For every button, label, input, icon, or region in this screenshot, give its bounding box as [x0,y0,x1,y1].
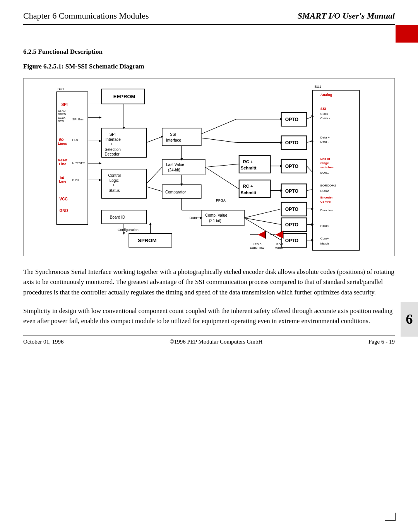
svg-text:Schmitt: Schmitt [241,190,257,195]
svg-text:SRXD: SRXD [58,113,66,116]
svg-text:LED 1: LED 1 [275,243,284,246]
svg-text:switches: switches [320,166,334,169]
svg-text:OPTO: OPTO [285,188,298,194]
svg-text:SPI: SPI [110,132,116,137]
svg-text:+: + [111,142,113,146]
svg-text:Data +: Data + [320,136,330,139]
svg-text:OPTO: OPTO [285,117,298,122]
svg-text:Reset: Reset [58,158,67,162]
svg-marker-14 [99,140,101,142]
svg-marker-24 [99,179,101,181]
svg-text:Clock +: Clock + [320,112,331,116]
svg-text:Control: Control [108,173,121,178]
main-content: 6.2.5 Functional Description Figure 6.2.… [0,25,418,327]
svg-text:Data -: Data - [320,140,329,144]
svg-text:Int: Int [60,176,64,180]
svg-line-115 [147,167,162,183]
svg-text:RC +: RC + [243,159,253,164]
svg-text:Status: Status [109,188,120,193]
svg-text:End of: End of [320,157,330,161]
svg-text:Configuration: Configuration [118,228,139,232]
svg-text:Com+: Com+ [320,237,329,240]
svg-text:SPROM: SPROM [138,238,156,243]
svg-text:Line: Line [59,162,66,166]
svg-text:Line: Line [59,180,66,183]
svg-text:EOR2: EOR2 [320,189,329,193]
svg-text:(24-bit): (24-bit) [168,168,180,172]
svg-line-113 [147,137,162,142]
svg-text:SPI: SPI [61,103,67,107]
svg-text:Schmitt: Schmitt [241,166,257,170]
svg-text:Direction: Direction [320,209,333,212]
svg-marker-9 [99,116,101,119]
svg-line-134 [201,138,236,142]
diagram-svg: BU1 SPI STXD SRXD SCLK SCS SPI Bus I/O [28,83,390,251]
svg-line-141 [244,209,281,218]
svg-marker-124 [123,233,125,235]
svg-text:Selection: Selection [105,147,121,152]
section-heading: 6.2.5 Functional Description [23,48,395,56]
svg-text:OPTO: OPTO [285,238,298,243]
body-paragraph-2: Simplicity in design with low convention… [23,306,395,327]
svg-rect-45 [162,159,205,175]
red-tab-decoration [396,25,418,56]
svg-text:OPTO: OPTO [285,222,298,228]
svg-marker-147 [258,231,266,239]
svg-line-116 [147,186,162,191]
svg-marker-127 [149,222,152,225]
svg-line-101 [307,141,312,142]
page: Chapter 6 Communications Modules SMART I… [0,0,418,532]
svg-text:Interface: Interface [166,138,182,142]
svg-text:BU1: BU1 [315,85,322,89]
svg-rect-62 [239,180,271,197]
svg-text:Logic: Logic [110,178,119,183]
svg-rect-59 [239,156,271,173]
chapter-tab: 6 [401,302,418,337]
svg-text:FPGA: FPGA [216,198,226,202]
svg-text:NINT: NINT [72,178,80,181]
svg-line-137 [205,164,239,167]
svg-text:+: + [113,183,115,187]
svg-rect-80 [312,90,359,250]
svg-line-140 [307,190,312,191]
svg-text:Clock -: Clock - [320,116,330,120]
svg-rect-50 [201,210,244,226]
svg-text:Control: Control [320,200,332,204]
svg-text:Match: Match [320,242,329,245]
svg-text:OPTO: OPTO [285,140,298,145]
svg-text:Match: Match [275,246,283,250]
svg-text:SCS: SCS [58,120,64,123]
svg-text:Interface: Interface [106,137,121,142]
svg-line-139 [307,166,312,172]
svg-text:I/O: I/O [59,138,63,142]
chapter-number: 6 [406,311,413,327]
svg-text:LED 0: LED 0 [253,243,262,246]
corner-mark [385,513,396,521]
svg-line-99 [307,116,312,119]
footer-page: Page 6 - 19 [368,339,395,345]
svg-text:SPI Bus: SPI Bus [72,118,84,121]
page-header: Chapter 6 Communications Modules SMART I… [0,0,418,21]
footer-copyright: ©1996 PEP Modular Computers GmbH [170,339,262,345]
svg-text:GND: GND [59,209,68,213]
footer-date: October 01, 1996 [23,339,64,345]
svg-rect-42 [162,128,201,145]
svg-text:OPTO: OPTO [285,164,298,169]
schematic-diagram: BU1 SPI STXD SRXD SCLK SCS SPI Bus I/O [23,78,395,256]
svg-text:Encoder: Encoder [320,196,333,199]
svg-text:Data Flow: Data Flow [250,246,264,250]
svg-text:EORCOM2: EORCOM2 [320,184,336,187]
body-paragraph-1: The Synchronous Serial Interface working… [23,267,395,298]
svg-text:(24-bit): (24-bit) [209,219,221,223]
svg-text:Reset: Reset [320,224,329,228]
svg-text:SSI: SSI [170,132,176,137]
manual-title: SMART I/O User's Manual [298,11,395,21]
svg-text:EOR1: EOR1 [320,171,329,174]
svg-text:Last Value: Last Value [166,163,184,167]
svg-text:Lines: Lines [58,142,67,145]
svg-text:Board ID: Board ID [110,215,125,219]
svg-text:Comparator: Comparator [165,190,186,194]
figure-heading: Figure 6.2.5.1: SM-SSI Schematic Diagram [23,63,395,70]
svg-text:Analog: Analog [320,93,332,97]
svg-text:NRESET: NRESET [72,161,85,165]
